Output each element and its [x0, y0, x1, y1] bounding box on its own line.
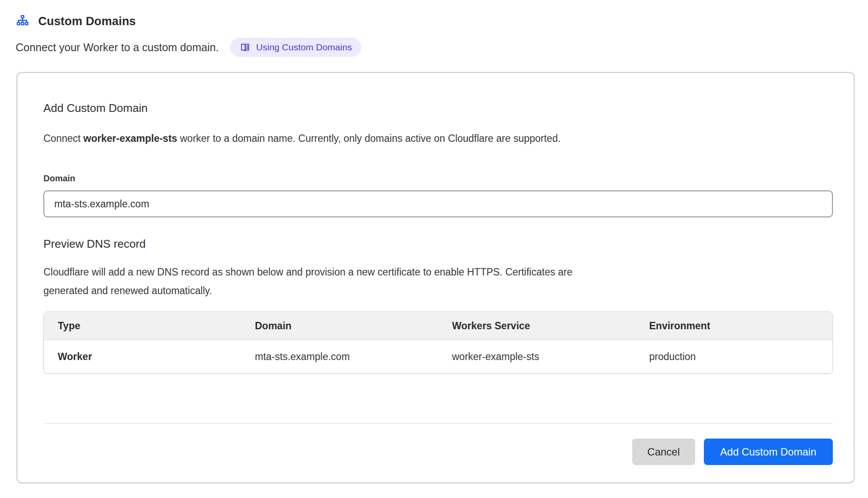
table-header-row: Type Domain Workers Service Environment	[44, 312, 832, 340]
cell-domain: mta-sts.example.com	[241, 340, 438, 373]
worker-name: worker-example-sts	[83, 133, 177, 144]
dns-preview-table: Type Domain Workers Service Environment …	[43, 311, 833, 374]
page-title-row: Custom Domains	[16, 13, 851, 29]
domain-input[interactable]	[43, 190, 833, 217]
table-header-workers-service: Workers Service	[438, 312, 635, 340]
docs-link-label: Using Custom Domains	[256, 42, 352, 52]
intro-suffix: worker to a domain name. Currently, only…	[177, 133, 561, 144]
open-book-icon	[240, 42, 251, 53]
page-title: Custom Domains	[38, 15, 136, 28]
table-row: Worker mta-sts.example.com worker-exampl…	[44, 340, 832, 373]
domain-field-label: Domain	[43, 174, 833, 183]
add-custom-domain-button[interactable]: Add Custom Domain	[704, 439, 833, 465]
docs-link-using-custom-domains[interactable]: Using Custom Domains	[230, 38, 362, 57]
page-subtitle-row: Connect your Worker to a custom domain. …	[16, 37, 851, 57]
page-header: Custom Domains Connect your Worker to a …	[0, 0, 868, 57]
footer-divider	[43, 423, 833, 424]
cell-environment: production	[635, 340, 832, 373]
form-heading: Add Custom Domain	[43, 102, 833, 115]
cancel-button[interactable]: Cancel	[632, 439, 695, 465]
page-subtitle: Connect your Worker to a custom domain.	[16, 41, 219, 54]
add-custom-domain-card: Add Custom Domain Connect worker-example…	[17, 72, 855, 483]
preview-dns-description: Cloudflare will add a new DNS record as …	[43, 263, 604, 300]
table-header-domain: Domain	[241, 312, 438, 340]
preview-dns-heading: Preview DNS record	[43, 237, 833, 251]
footer-actions: Cancel Add Custom Domain	[43, 439, 833, 465]
table-header-environment: Environment	[635, 312, 832, 340]
cell-workers-service: worker-example-sts	[438, 340, 635, 373]
form-intro: Connect worker-example-sts worker to a d…	[43, 132, 833, 145]
sitemap-icon	[16, 14, 30, 28]
cell-type: Worker	[44, 340, 241, 373]
intro-prefix: Connect	[43, 133, 83, 144]
table-header-type: Type	[44, 312, 241, 340]
